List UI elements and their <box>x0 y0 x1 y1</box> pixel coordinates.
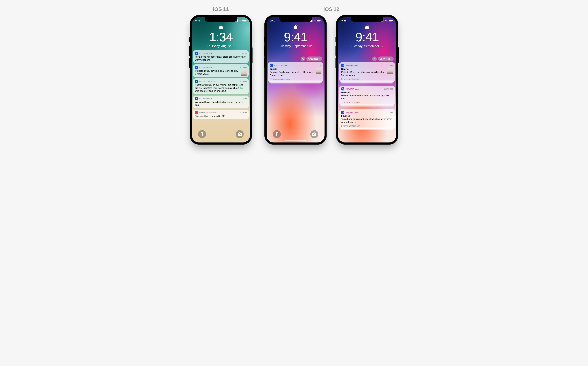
notification[interactable]: ⯊ OUTFITTERS, INC 9:30 AM There's still … <box>193 78 249 94</box>
app-icon: P <box>195 111 198 114</box>
lock-area: 9:41 Tuesday, September 12 <box>338 24 396 48</box>
wifi-icon <box>314 19 316 22</box>
more-notifications-label: 3 more notifications <box>341 101 393 104</box>
notification-list[interactable]: Show less ⌃ m MIXED MEDIA now Sports Pat… <box>267 48 324 143</box>
power-button[interactable] <box>327 47 327 63</box>
column-ios12: iOS 12 9:41 <box>264 6 398 145</box>
app-name: MIXED MEDIA <box>274 64 287 67</box>
label-ios12: iOS 12 <box>323 6 339 12</box>
flashlight-button[interactable] <box>273 130 281 138</box>
timestamp: NOW <box>242 52 247 54</box>
more-notifications-label: 13 more notifications <box>270 78 321 80</box>
app-name: MIXED MEDIA <box>199 98 212 100</box>
volume-down-button[interactable] <box>189 58 190 68</box>
timestamp: 8:30 AM <box>240 112 247 114</box>
notification-title: Finance <box>341 114 393 117</box>
column-ios11: iOS 11 9:41 <box>190 6 252 145</box>
app-name: OUTFITTERS, INC <box>199 80 216 83</box>
svg-rect-1 <box>243 20 246 21</box>
notification[interactable]: m MIXED MEDIA now Finance Tesla bond hit… <box>339 109 395 129</box>
phone-ios12-a: 9:41 9:41 Tuesday, September 12 <box>264 15 327 145</box>
lock-area: 1:34 Thursday, August 31 <box>192 24 250 48</box>
show-less-button[interactable]: Show less ⌃ <box>306 56 322 61</box>
group-controls: Show less ⌃ <box>268 56 323 61</box>
timestamp: 9:45 AM <box>240 98 247 100</box>
lock-date: Tuesday, September 12 <box>338 44 396 48</box>
camera-button[interactable] <box>310 130 318 138</box>
wifi-icon <box>385 19 388 22</box>
status-time: 9:41 <box>342 19 346 22</box>
volume-down-button[interactable] <box>264 58 265 68</box>
status-time: 9:41 <box>270 19 274 22</box>
notification-body: We could have two Atlantic hurricanes by… <box>195 100 247 107</box>
notification-group[interactable]: m MIXED MIEDA 10 min ago Weather We coul… <box>339 86 395 105</box>
battery-icon <box>317 20 321 22</box>
volume-up-button[interactable] <box>336 46 336 56</box>
timestamp: now <box>390 64 393 67</box>
home-indicator[interactable] <box>285 140 306 141</box>
notification-thumbnail <box>387 68 393 74</box>
lock-clock: 9:41 <box>338 31 396 43</box>
notification-group[interactable]: m MIXED MEDIA now Sports Patriots; Brady… <box>268 62 323 82</box>
mute-switch[interactable] <box>189 37 190 42</box>
app-name: MIXED MEDIA <box>199 52 212 54</box>
notification-body: Patriots; Brady says his goal is still t… <box>195 69 247 75</box>
app-icon: ⯊ <box>195 80 198 83</box>
notification[interactable]: m MIXED MEDIA 9:45 AM We could have two … <box>193 96 249 108</box>
chevron-up-icon: ⌃ <box>390 58 392 60</box>
dismiss-group-button[interactable] <box>301 56 305 61</box>
mute-switch[interactable] <box>264 37 265 42</box>
notification-body: Patriots; Brady says his goal is still t… <box>341 70 393 76</box>
notification[interactable]: m MIXED MEDIA now Sports Patriots; Brady… <box>268 62 323 82</box>
dismiss-group-button[interactable] <box>372 56 377 61</box>
app-icon: m <box>270 64 273 67</box>
volume-up-button[interactable] <box>189 46 190 56</box>
volume-up-button[interactable] <box>264 46 265 56</box>
phone-ios11: 9:41 1:34 <box>190 15 252 145</box>
notification[interactable]: m MIXED MEDIA NOW Tesla bond hits record… <box>193 50 249 63</box>
app-icon: m <box>341 111 344 114</box>
notch <box>205 17 237 22</box>
notification-body: Your seat has changed to 2F <box>195 114 247 118</box>
notification-group[interactable]: m MIXED MEDIA now Finance Tesla bond hit… <box>339 109 395 129</box>
notification-body: Patriots; Brady says his goal is still t… <box>270 70 321 76</box>
group-controls: Show less ⌃ <box>339 56 395 61</box>
ios12-phones: 9:41 9:41 Tuesday, September 12 <box>264 15 398 145</box>
unlocked-icon <box>267 24 324 29</box>
notification-title: Sports <box>270 68 321 70</box>
svg-rect-8 <box>392 20 393 21</box>
notification[interactable]: m MIXED MEDIA 9:20 AM Patriots; Brady sa… <box>193 64 249 77</box>
chevron-up-icon: ⌃ <box>319 58 320 60</box>
notch <box>279 17 312 22</box>
show-less-button[interactable]: Show less ⌃ <box>378 56 394 61</box>
timestamp: 9:30 AM <box>240 80 247 83</box>
quick-actions <box>192 130 250 138</box>
camera-button[interactable] <box>236 130 244 138</box>
label-ios11: iOS 11 <box>213 6 229 12</box>
notification[interactable]: P PIONEER AIRLINES 8:30 AM Your seat has… <box>193 110 249 119</box>
power-button[interactable] <box>252 47 252 63</box>
app-name: MIXED MEDIA <box>345 111 359 114</box>
notification-list[interactable]: Show less ⌃ m MIXED MEDIA now Sports Pat… <box>338 48 396 143</box>
app-icon: m <box>195 66 198 69</box>
app-name: MIXED MIEDA <box>345 88 359 90</box>
notification-group[interactable]: m MIXED MEDIA now Sports Patriots; Brady… <box>339 62 395 82</box>
lock-date: Tuesday, September 12 <box>267 44 324 48</box>
notch <box>351 17 383 22</box>
notification[interactable]: m MIXED MIEDA 10 min ago Weather We coul… <box>339 86 395 105</box>
flashlight-button[interactable] <box>198 130 206 138</box>
notification-body: Tesla bond hits record low, stock slips … <box>195 55 247 61</box>
notification-title: Sports <box>341 68 393 70</box>
notification-list[interactable]: m MIXED MEDIA NOW Tesla bond hits record… <box>192 48 250 143</box>
volume-down-button[interactable] <box>336 58 336 68</box>
show-less-label: Show less <box>380 58 390 60</box>
power-button[interactable] <box>398 47 399 63</box>
wifi-icon <box>239 19 242 22</box>
screen-ios12-b: 9:41 9:41 Tuesday, September 12 <box>338 17 396 143</box>
more-notifications-label: 5 more notifications <box>341 78 393 80</box>
locked-icon <box>192 24 250 29</box>
lock-area: 9:41 Tuesday, September 12 <box>267 24 324 48</box>
notification[interactable]: m MIXED MEDIA now Sports Patriots; Brady… <box>339 62 395 82</box>
mute-switch[interactable] <box>336 37 336 42</box>
app-name: PIONEER AIRLINES <box>199 112 218 114</box>
